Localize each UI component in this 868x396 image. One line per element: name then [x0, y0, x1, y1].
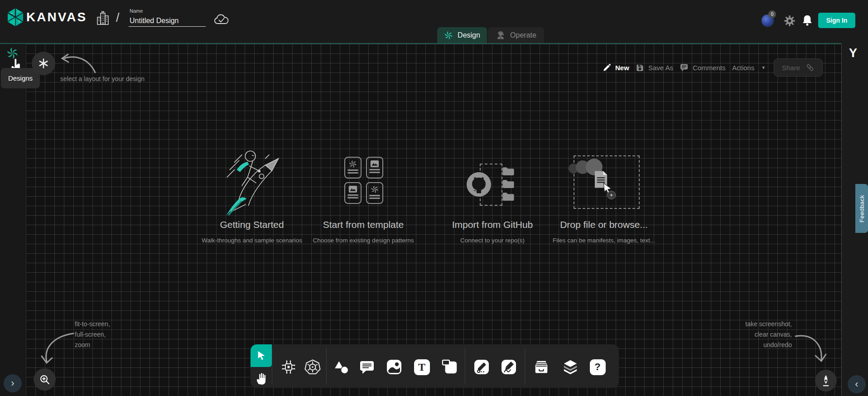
feedback-tab[interactable]: Feedback — [855, 184, 868, 233]
repo-folder-icon — [502, 166, 515, 176]
card-title-github[interactable]: Import from GitHub — [434, 219, 551, 230]
pen-nib-icon — [820, 374, 831, 387]
comments-button[interactable]: Comments — [680, 59, 726, 76]
hint-line: fit-to-screen, — [75, 319, 110, 329]
cloud-saved-icon — [214, 13, 229, 26]
repo-folder-icon — [502, 191, 515, 202]
note-tool[interactable] — [442, 359, 458, 375]
card-title-template[interactable]: Start from template — [304, 219, 422, 230]
text-tool-glyph: T — [418, 361, 425, 373]
sign-in-button[interactable]: Sign In — [818, 13, 855, 28]
tab-operate[interactable]: Operate — [488, 27, 544, 43]
github-octocat-icon — [465, 171, 492, 198]
template-tile — [366, 182, 383, 204]
zoom-hint-arrow — [40, 330, 77, 368]
layout-selector-button[interactable] — [32, 52, 55, 75]
hint-line: undo/redo — [719, 340, 792, 350]
operate-tab-icon — [496, 30, 506, 40]
repo-folder-icon — [502, 179, 515, 189]
template-tile — [344, 182, 362, 204]
card-subtitle-dropfile: Files can be manifests, images, text... — [540, 237, 667, 244]
card-title-getting-started[interactable]: Getting Started — [193, 219, 311, 230]
image-tool[interactable] — [386, 359, 402, 375]
layout-hint-text: select a layout for your design — [60, 74, 169, 84]
new-button[interactable]: New — [603, 59, 629, 76]
design-name-label: Name — [130, 8, 143, 14]
card-title-dropfile[interactable]: Drop file or browse... — [545, 219, 663, 230]
left-strip — [0, 44, 26, 396]
notifications-bell-icon[interactable] — [801, 14, 813, 27]
notification-count-badge: 0 — [768, 10, 776, 18]
design-pattern-icon — [371, 185, 379, 193]
card-subtitle-github: Connect to your repo(s) — [429, 237, 556, 244]
kanvas-app: KANVAS / Name — [0, 0, 868, 396]
settings-gear-icon[interactable] — [784, 15, 796, 27]
plus-badge-icon: + — [607, 191, 616, 199]
hint-line: take screenshot, — [719, 319, 792, 329]
design-tab-icon — [444, 31, 453, 40]
card-subtitle-getting-started: Walk-throughs and sample scenarios — [188, 237, 315, 244]
template-tile — [344, 157, 362, 179]
pen-tool[interactable] — [473, 359, 490, 375]
shapes-tool[interactable] — [333, 359, 349, 375]
sketch-tool[interactable] — [501, 359, 517, 375]
dock-divider — [525, 348, 525, 384]
comments-label: Comments — [693, 64, 726, 72]
pencil-icon — [603, 63, 611, 72]
kanvas-logo-icon[interactable] — [6, 7, 24, 27]
new-label: New — [615, 64, 629, 72]
design-name-input[interactable] — [129, 15, 206, 27]
save-as-label: Save As — [648, 64, 673, 72]
dock-divider — [326, 348, 327, 384]
actions-label: Actions — [732, 64, 754, 72]
link-icon — [805, 63, 815, 72]
cursor-icon — [256, 350, 266, 361]
header-bar: KANVAS / Name — [0, 0, 868, 43]
zoom-button[interactable] — [34, 368, 56, 391]
component-tool[interactable] — [280, 359, 297, 375]
save-as-button[interactable]: Save As — [636, 59, 673, 76]
zoom-in-icon — [39, 374, 50, 385]
help-tool[interactable]: ? — [589, 359, 606, 375]
breadcrumb-separator: / — [116, 11, 120, 25]
zoom-hint-text: fit-to-screen, full-screen, zoom — [75, 319, 110, 350]
layers-tool[interactable] — [562, 359, 579, 375]
provider-logo[interactable]: Y — [849, 46, 857, 60]
image-icon — [348, 185, 357, 193]
share-button[interactable]: Share — [774, 58, 823, 77]
layout-asterisk-icon — [38, 58, 49, 69]
drawer-tool[interactable] — [533, 359, 550, 375]
cursor-tool[interactable] — [251, 344, 272, 367]
chevron-down-icon: ▾ — [762, 64, 765, 71]
designs-tooltip: Designs — [1, 68, 40, 88]
template-tile — [366, 157, 383, 179]
hint-line: clear canvas, — [719, 329, 792, 340]
actions-dropdown[interactable]: Actions ▾ — [732, 59, 765, 76]
canvas-actions-hint-arrow — [794, 332, 828, 365]
expand-left-panel-button[interactable]: › — [4, 374, 22, 392]
dock-divider — [272, 348, 272, 384]
canvas-top-rule — [0, 43, 841, 44]
comment-icon — [680, 63, 689, 72]
canvas-actions-button[interactable] — [815, 370, 837, 391]
collapse-right-panel-button[interactable]: ‹ — [848, 375, 866, 393]
layout-hint-arrow — [58, 51, 97, 75]
tab-operate-label: Operate — [510, 31, 536, 39]
text-tool[interactable]: T — [414, 359, 430, 375]
tab-design-label: Design — [458, 31, 480, 39]
card-subtitle-template: Choose from existing design patterns — [300, 237, 427, 244]
organization-icon[interactable] — [96, 11, 110, 26]
canvas-actions-hint-text: take screenshot, clear canvas, undo/redo — [719, 319, 792, 350]
comment-tool[interactable] — [359, 359, 375, 375]
kubernetes-tool[interactable] — [304, 359, 321, 375]
hint-line: zoom — [75, 340, 110, 350]
tab-design[interactable]: Design — [437, 27, 487, 43]
pan-tool[interactable] — [255, 371, 268, 385]
share-label: Share — [782, 64, 800, 72]
design-pattern-icon — [349, 160, 357, 168]
brand-wordmark: KANVAS — [26, 10, 87, 24]
getting-started-illustration[interactable] — [220, 146, 291, 217]
save-icon — [636, 63, 644, 72]
hint-line: full-screen, — [75, 329, 110, 340]
dock-divider — [465, 348, 465, 384]
